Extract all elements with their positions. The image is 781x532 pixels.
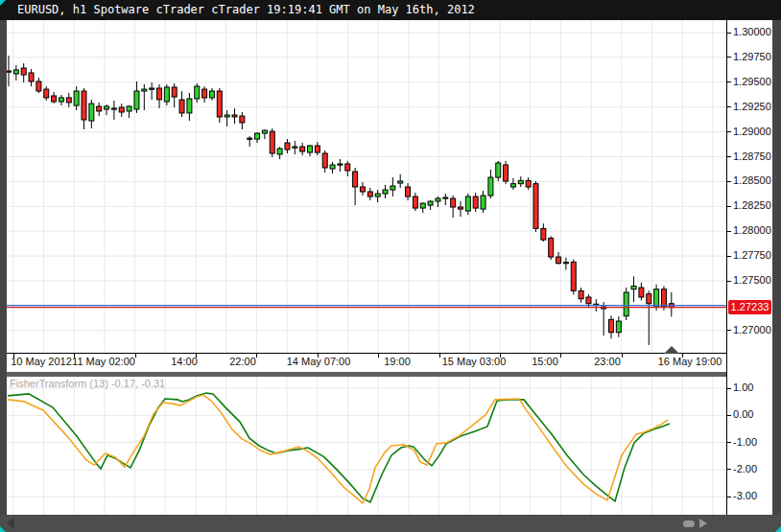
ctrader-chart-window: EURUSD, h1 Spotware cTrader cTrader 19:1… — [0, 0, 781, 532]
time-tick — [439, 354, 440, 358]
candle-down — [66, 98, 71, 103]
candle-down — [661, 289, 666, 307]
candle-up — [496, 163, 501, 177]
window-resize-corner-icon[interactable] — [0, 0, 6, 6]
time-tick — [256, 354, 257, 358]
price-label: 1.27500 — [733, 274, 771, 286]
candle-up — [631, 286, 636, 289]
candle-up — [293, 147, 297, 148]
candle-down — [406, 187, 411, 197]
fisher-transform-canvas[interactable] — [7, 377, 726, 515]
indicator-label: FisherTransform (13) -0.17, -0.31 — [10, 378, 165, 389]
axis-tick — [727, 256, 731, 257]
candlestick-chart-canvas[interactable] — [7, 20, 726, 353]
candle-down — [202, 89, 207, 98]
candle-up — [390, 186, 395, 190]
time-label: 11 May 02:00 — [72, 356, 135, 367]
scroll-left-icon[interactable] — [7, 518, 14, 529]
indicator-scale-label: -2.00 — [733, 463, 757, 474]
fisher-line-trigger — [8, 393, 670, 502]
candle-down — [556, 257, 561, 264]
price-label: 1.29750 — [733, 51, 771, 62]
candle-down — [285, 143, 290, 150]
time-tick — [135, 354, 136, 358]
candle-down — [29, 73, 34, 81]
axis-tick — [727, 497, 731, 497]
candle-up — [481, 196, 485, 209]
window-resize-corner-icon[interactable] — [0, 526, 6, 532]
time-tick — [13, 354, 14, 358]
candle-down — [172, 87, 177, 97]
candle-down — [647, 294, 651, 304]
price-axis[interactable]: 1.27233 1.300001.297501.295001.292501.29… — [726, 20, 772, 515]
candle-down — [459, 207, 463, 209]
candle-up — [209, 91, 214, 98]
time-tick — [74, 354, 75, 358]
indicator-scale-label: 0.00 — [733, 408, 753, 420]
candle-down — [119, 107, 124, 112]
candle-down — [36, 81, 41, 91]
time-tick — [560, 354, 561, 358]
candle-up — [510, 184, 515, 187]
candle-down — [240, 116, 245, 123]
status-dot-icon[interactable] — [683, 520, 695, 527]
candle-down — [413, 197, 417, 208]
indicator-scale-label: -1.00 — [733, 436, 757, 448]
candle-up — [187, 99, 192, 113]
candle-down — [232, 115, 237, 117]
window-border-right — [772, 20, 781, 515]
candle-up — [383, 190, 388, 194]
axis-tick — [727, 156, 731, 157]
candle-up — [74, 91, 79, 105]
current-price-badge: 1.27233 — [728, 300, 771, 314]
candle-up — [488, 177, 493, 196]
window-border-left — [0, 20, 7, 515]
candle-down — [217, 91, 222, 117]
time-label: 14:00 — [171, 356, 198, 367]
axis-tick — [727, 131, 731, 132]
status-bar — [0, 515, 781, 532]
fisher-transform-panel[interactable]: FisherTransform (13) -0.17, -0.31 — [7, 377, 726, 515]
candle-down — [639, 288, 644, 297]
time-label: 23:00 — [594, 356, 621, 367]
candle-down — [473, 197, 478, 208]
indicator-scale-label: -3.00 — [733, 490, 757, 501]
window-resize-corner-icon[interactable] — [775, 526, 781, 532]
candlestick-chart-area[interactable] — [7, 20, 726, 354]
candle-down — [345, 164, 350, 171]
axis-tick — [727, 106, 731, 107]
time-tick — [318, 354, 319, 358]
time-axis[interactable]: 10 May 201211 May 02:0014:0022:0014 May … — [7, 354, 726, 372]
time-label: 14 May 07:00 — [287, 356, 351, 367]
candle-up — [308, 146, 313, 152]
axis-tick — [727, 415, 731, 416]
time-label: 16 May 19:00 — [658, 356, 722, 367]
candle-down — [526, 180, 531, 187]
candle-down — [300, 147, 305, 151]
candle-down — [579, 290, 583, 298]
axis-tick — [727, 330, 731, 331]
candle-down — [571, 262, 576, 290]
candle-down — [179, 100, 184, 113]
time-tick — [196, 354, 197, 358]
candle-up — [89, 104, 94, 121]
price-label: 1.27750 — [733, 249, 771, 261]
candle-down — [504, 165, 509, 181]
candle-up — [255, 133, 260, 139]
candle-up — [375, 194, 380, 197]
candle-up — [428, 201, 433, 205]
price-label: 1.27000 — [733, 324, 771, 335]
candle-down — [270, 131, 274, 153]
time-tick — [682, 354, 683, 358]
candle-down — [609, 319, 614, 332]
candle-up — [518, 180, 523, 183]
candle-up — [465, 197, 470, 211]
candle-down — [360, 187, 365, 192]
time-tick — [378, 354, 379, 358]
play-icon[interactable] — [699, 519, 707, 528]
candle-up — [111, 108, 116, 109]
candle-up — [330, 165, 335, 169]
candle-up — [127, 106, 131, 111]
fisher-line-fisher — [8, 395, 668, 503]
candle-up — [195, 86, 200, 99]
